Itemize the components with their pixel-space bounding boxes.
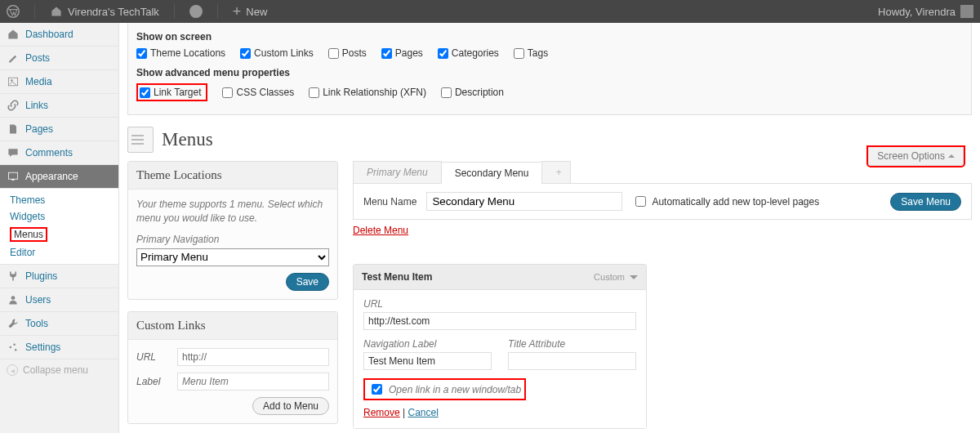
custom-link-url-input[interactable] [177, 348, 329, 366]
sidebar-item-dashboard[interactable]: Dashboard [0, 23, 118, 47]
plus-icon: + [233, 4, 242, 19]
show-on-screen-heading: Show on screen [136, 31, 963, 42]
wp-logo[interactable] [7, 5, 20, 18]
nav-label-label: Navigation Label [363, 338, 492, 350]
svg-point-2 [11, 79, 12, 81]
sidebar-item-links[interactable]: Links [0, 94, 118, 118]
site-link[interactable]: Virendra's TechTalk [50, 5, 159, 18]
svg-rect-1 [8, 78, 17, 86]
link-target-checkbox[interactable]: Open link in a new window/tab [363, 378, 526, 400]
admin-sidebar: Dashboard Posts Media Links Pages Commen… [0, 23, 119, 433]
site-title: Virendra's TechTalk [68, 6, 159, 18]
sidebar-item-pages[interactable]: Pages [0, 118, 118, 141]
comments-link[interactable] [189, 5, 203, 18]
add-to-menu-button[interactable]: Add to Menu [252, 397, 329, 415]
menu-name-label: Menu Name [363, 196, 416, 208]
admin-bar: Virendra's TechTalk +New Howdy, Virendra [0, 0, 980, 23]
sidebar-item-tools[interactable]: Tools [0, 312, 118, 336]
submenu-editor[interactable]: Editor [10, 244, 118, 261]
menu-settings-bar: Menu Name Automatically add new top-leve… [353, 183, 972, 220]
screen-option-link-relationship-xfn-[interactable]: Link Relationship (XFN) [309, 83, 426, 101]
auto-add-checkbox[interactable]: Automatically add new top-level pages [632, 194, 819, 209]
new-content[interactable]: +New [233, 4, 268, 19]
title-attr-label: Title Attribute [508, 338, 636, 350]
cancel-menu-item-link[interactable]: Cancel [408, 407, 438, 418]
chevron-down-icon [630, 275, 638, 283]
collapse-menu[interactable]: ◂Collapse menu [0, 359, 118, 381]
screen-option-custom-links[interactable]: Custom Links [240, 47, 314, 59]
submenu-widgets[interactable]: Widgets [10, 208, 118, 225]
menus-icon [127, 127, 154, 153]
svg-rect-3 [8, 172, 17, 179]
screen-option-css-classes[interactable]: CSS Classes [222, 83, 294, 101]
svg-rect-4 [11, 179, 14, 181]
sidebar-item-plugins[interactable]: Plugins [0, 265, 118, 288]
menu-item-type: Custom [594, 272, 625, 282]
tab-add-menu[interactable]: + [541, 161, 571, 183]
page-title: Menus [162, 129, 213, 150]
theme-locations-title: Theme Locations [128, 162, 337, 190]
comment-icon [189, 5, 203, 18]
screen-option-categories[interactable]: Categories [438, 47, 499, 59]
collapse-icon: ◂ [7, 364, 18, 376]
screen-option-description[interactable]: Description [441, 83, 504, 101]
sidebar-item-users[interactable]: Users [0, 288, 118, 312]
svg-point-0 [7, 6, 19, 17]
screen-options-panel: Show on screen Theme LocationsCustom Lin… [127, 23, 972, 115]
sidebar-item-appearance[interactable]: Appearance [0, 165, 118, 189]
primary-nav-label: Primary Navigation [136, 234, 329, 245]
theme-locations-box: Theme Locations Your theme supports 1 me… [127, 161, 338, 300]
theme-locations-desc: Your theme supports 1 menu. Select which… [136, 198, 329, 225]
sidebar-item-posts[interactable]: Posts [0, 47, 118, 70]
howdy-link[interactable]: Howdy, Virendra [878, 5, 973, 18]
page-heading: Menus [127, 127, 972, 153]
main-content: Show on screen Theme LocationsCustom Lin… [119, 23, 980, 433]
triangle-up-icon [948, 151, 955, 158]
advanced-props-heading: Show advanced menu properties [136, 67, 963, 78]
sidebar-item-media[interactable]: Media [0, 70, 118, 94]
screen-option-link-target[interactable]: Link Target [136, 83, 207, 101]
svg-point-7 [10, 346, 11, 348]
label-label: Label [136, 376, 169, 387]
menu-item-url-label: URL [363, 298, 636, 310]
menu-item-header[interactable]: Test Menu Item Custom [354, 265, 646, 290]
url-label: URL [136, 351, 169, 363]
submenu-menus[interactable]: Menus [10, 225, 118, 244]
tab-secondary-menu[interactable]: Secondary Menu [441, 162, 543, 184]
nav-label-input[interactable] [363, 352, 492, 370]
custom-links-box: Custom Links URL Label Add to Menu [127, 311, 338, 424]
menu-name-input[interactable] [426, 192, 622, 211]
sidebar-item-comments[interactable]: Comments [0, 141, 118, 165]
remove-menu-item-link[interactable]: Remove [363, 407, 400, 418]
delete-menu-link[interactable]: Delete Menu [353, 225, 408, 236]
screen-option-pages[interactable]: Pages [381, 47, 423, 59]
menu-item-title: Test Menu Item [362, 271, 432, 283]
svg-point-8 [15, 349, 16, 350]
avatar [960, 5, 973, 18]
svg-point-6 [13, 344, 15, 346]
screen-option-tags[interactable]: Tags [514, 47, 548, 59]
appearance-submenu: Themes Widgets Menus Editor [0, 189, 118, 265]
primary-nav-select[interactable]: Primary Menu [136, 248, 329, 266]
save-theme-locations-button[interactable]: Save [286, 273, 329, 291]
screen-options-tab[interactable]: Screen Options [868, 147, 964, 166]
submenu-themes[interactable]: Themes [10, 192, 118, 208]
save-menu-button[interactable]: Save Menu [890, 193, 961, 211]
sidebar-item-settings[interactable]: Settings [0, 336, 118, 359]
title-attr-input[interactable] [508, 352, 636, 370]
tab-primary-menu[interactable]: Primary Menu [353, 161, 442, 183]
custom-link-label-input[interactable] [177, 373, 329, 391]
screen-option-posts[interactable]: Posts [328, 47, 367, 59]
menu-item-url-input[interactable] [363, 312, 636, 330]
svg-point-5 [11, 296, 16, 300]
custom-links-title: Custom Links [128, 312, 337, 340]
menu-item: Test Menu Item Custom URL Navigation Lab… [353, 264, 647, 429]
screen-option-theme-locations[interactable]: Theme Locations [136, 47, 225, 59]
